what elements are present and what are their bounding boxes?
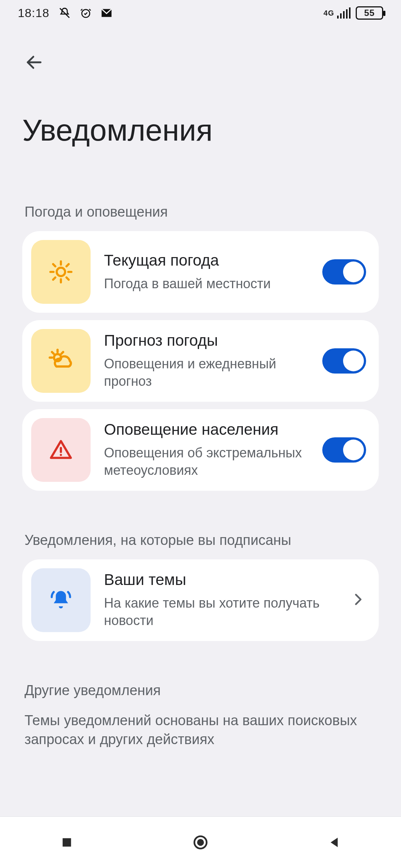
svg-rect-9	[63, 838, 71, 847]
nav-home-button[interactable]	[171, 824, 230, 861]
card-forecast[interactable]: Прогноз погоды Оповещения и ежедневный п…	[22, 320, 379, 402]
toggle-public-alert[interactable]	[322, 437, 366, 463]
card-list-weather: Текущая погода Погода в вашей местности …	[0, 231, 401, 491]
section-title-subscribed: Уведомления, на которые вы подписаны	[0, 532, 401, 559]
alert-triangle-icon	[31, 418, 91, 482]
card-subtitle: Оповещения и ежедневный прогноз	[104, 355, 309, 390]
card-text: Оповещение населения Оповещения об экстр…	[104, 421, 309, 479]
chevron-right-icon	[350, 591, 366, 609]
mute-icon	[58, 7, 71, 19]
page-title: Уведомления	[0, 76, 401, 148]
status-bar: 18:18 4G	[0, 0, 401, 26]
battery-indicator: 55	[356, 6, 383, 20]
svg-point-11	[197, 839, 204, 846]
svg-rect-4	[343, 11, 345, 19]
card-text: Текущая погода Погода в вашей местности	[104, 251, 309, 293]
svg-rect-2	[337, 16, 339, 19]
card-title: Текущая погода	[104, 251, 309, 269]
status-time: 18:18	[18, 6, 49, 20]
alarm-icon	[80, 7, 92, 19]
section-title-other: Другие уведомления	[0, 683, 401, 710]
card-title: Ваши темы	[104, 571, 336, 589]
nav-recent-button[interactable]	[37, 824, 97, 861]
section-subscribed: Уведомления, на которые вы подписаны Ваш…	[0, 491, 401, 641]
section-weather: Погода и оповещения Текущая погода Погод…	[0, 148, 401, 491]
section-title-weather: Погода и оповещения	[0, 204, 401, 231]
card-text: Ваши темы На какие темы вы хотите получа…	[104, 571, 336, 629]
section-other: Другие уведомления Темы уведомлений осно…	[0, 641, 401, 760]
card-subtitle: На какие темы вы хотите получать новости	[104, 595, 336, 629]
bell-icon	[31, 568, 91, 632]
signal-icon	[337, 7, 351, 19]
card-list-subscribed: Ваши темы На какие темы вы хотите получа…	[0, 559, 401, 641]
card-subtitle: Оповещения об экстремальных метеоусловия…	[104, 444, 309, 479]
card-subtitle: Погода в вашей местности	[104, 275, 309, 293]
battery-level: 55	[364, 8, 375, 18]
svg-point-7	[57, 268, 65, 276]
toggle-current-weather[interactable]	[322, 259, 366, 285]
system-nav-bar	[0, 817, 401, 868]
arrow-left-icon	[25, 53, 44, 72]
header	[0, 26, 401, 76]
section-description-other: Темы уведомлений основаны на ваших поиск…	[0, 710, 401, 760]
back-button[interactable]	[21, 49, 48, 76]
card-public-alert[interactable]: Оповещение населения Оповещения об экстр…	[22, 409, 379, 491]
status-right: 4G 55	[323, 6, 383, 20]
card-text: Прогноз погоды Оповещения и ежедневный п…	[104, 332, 309, 390]
card-your-topics[interactable]: Ваши темы На какие темы вы хотите получа…	[22, 559, 379, 641]
toggle-forecast[interactable]	[322, 348, 366, 374]
mail-icon	[101, 7, 113, 19]
sun-icon	[31, 240, 91, 304]
status-left: 18:18	[18, 6, 113, 20]
svg-rect-6	[349, 7, 351, 19]
network-type: 4G	[323, 9, 334, 17]
partly-cloudy-icon	[31, 329, 91, 393]
card-title: Прогноз погоды	[104, 332, 309, 349]
nav-back-button[interactable]	[304, 824, 364, 861]
svg-rect-5	[346, 9, 348, 19]
svg-rect-3	[340, 13, 342, 19]
card-current-weather[interactable]: Текущая погода Погода в вашей местности	[22, 231, 379, 313]
card-title: Оповещение населения	[104, 421, 309, 438]
